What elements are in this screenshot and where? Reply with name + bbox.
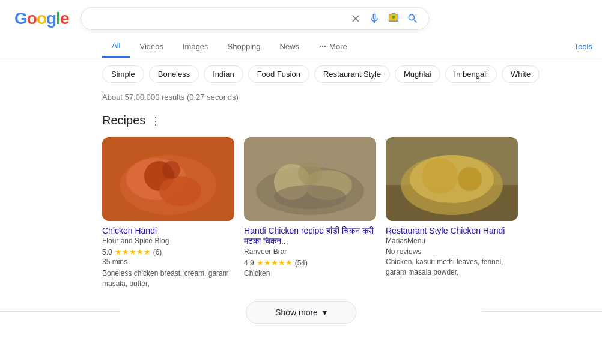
show-more-container: Show more ▾ (0, 289, 602, 333)
recipe-ingredients-2: Chicken (244, 268, 376, 279)
recipe-no-reviews-label-3: No reviews (386, 247, 421, 256)
recipe-card-2[interactable]: Handi Chicken recipe हांडी चिकन करी मटका… (244, 137, 376, 289)
recipe-stars-1: ★★★★★ (115, 247, 151, 256)
svg-point-20 (422, 158, 458, 194)
recipe-no-reviews-3: No reviews (386, 247, 518, 256)
svg-point-15 (274, 185, 346, 209)
recipe-rating-value-1: 5.0 (102, 248, 112, 256)
chip-restaurant-style[interactable]: Restaurant Style (314, 65, 390, 83)
svg-point-2 (322, 46, 323, 47)
chip-mughlai[interactable]: Mughlai (395, 65, 440, 83)
recipe-card-3[interactable]: Restaurant Style Chicken Handi MariasMen… (386, 137, 518, 289)
chip-simple[interactable]: Simple (102, 65, 144, 83)
show-more-label: Show more (275, 308, 318, 317)
tab-news[interactable]: News (270, 36, 309, 57)
recipes-section: Recipes ⋮ Chicken Handi (0, 106, 602, 289)
svg-point-8 (159, 176, 201, 206)
recipe-site-1: Flour and Spice Blog (102, 237, 234, 245)
tab-tools[interactable]: Tools (565, 36, 602, 57)
tab-more[interactable]: More (309, 36, 357, 57)
recipe-site-2: Ranveer Brar (244, 247, 376, 256)
recipes-title: Recipes (102, 114, 145, 127)
recipe-image-2 (244, 137, 376, 221)
results-info: About 57,00,000 results (0.27 seconds) (0, 90, 602, 106)
filter-chips: Simple Boneless Indian Food Fusion Resta… (0, 58, 602, 90)
tab-shopping[interactable]: Shopping (218, 36, 270, 57)
chip-white[interactable]: White (502, 65, 540, 83)
recipe-card-1[interactable]: Chicken Handi Flour and Spice Blog 5.0 ★… (102, 137, 234, 289)
recipe-time-1: 35 mins (102, 258, 234, 266)
recipe-cards: Chicken Handi Flour and Spice Blog 5.0 ★… (102, 137, 602, 289)
recipe-rating-2: 4.9 ★★★★★ (54) (244, 258, 376, 267)
header: Google handi chicken recipe (0, 0, 602, 30)
google-logo[interactable]: Google (14, 9, 68, 28)
recipe-name-3: Restaurant Style Chicken Handi (386, 226, 518, 235)
nav-tabs: All Videos Images Shopping News More Too… (0, 30, 602, 58)
svg-point-1 (320, 46, 321, 47)
recipe-image-3 (386, 137, 518, 221)
svg-point-3 (324, 46, 326, 47)
camera-icon (388, 13, 400, 25)
search-bar: handi chicken recipe (81, 7, 429, 30)
chip-in-bengali[interactable]: In bengali (445, 65, 497, 83)
tab-videos[interactable]: Videos (130, 36, 173, 57)
recipe-review-count-1: (6) (153, 248, 162, 256)
clear-button[interactable] (350, 13, 361, 24)
food-image-2 (244, 137, 376, 221)
chip-food-fusion[interactable]: Food Fusion (248, 65, 309, 83)
dots-icon (318, 42, 327, 50)
recipe-ingredients-3: Chicken, kasuri methi leaves, fennel, ga… (386, 257, 518, 278)
recipe-stars-2: ★★★★★ (257, 258, 293, 267)
chip-boneless[interactable]: Boneless (149, 65, 199, 83)
recipe-ingredients-1: Boneless chicken breast, cream, garam ma… (102, 268, 234, 289)
svg-point-21 (458, 167, 482, 191)
divider-right (482, 311, 602, 312)
svg-point-9 (162, 161, 180, 179)
recipes-header: Recipes ⋮ (102, 114, 602, 127)
recipe-name-1: Chicken Handi (102, 226, 234, 235)
search-icon (407, 13, 419, 25)
voice-search-button[interactable] (368, 13, 380, 25)
close-icon (350, 13, 361, 24)
microphone-icon (368, 13, 380, 25)
search-button[interactable] (407, 13, 419, 25)
chip-indian[interactable]: Indian (204, 65, 243, 83)
tab-all[interactable]: All (102, 35, 130, 58)
search-icons (350, 13, 419, 25)
recipe-review-count-2: (54) (295, 259, 308, 267)
recipe-image-1 (102, 137, 234, 221)
show-more-button[interactable]: Show more ▾ (246, 301, 356, 324)
tab-images[interactable]: Images (173, 36, 218, 57)
divider-left (0, 311, 120, 312)
food-image-3 (386, 137, 518, 221)
recipe-name-2: Handi Chicken recipe हांडी चिकन करी मटका… (244, 226, 376, 246)
food-image-1 (102, 137, 234, 221)
recipe-rating-1: 5.0 ★★★★★ (6) (102, 247, 234, 256)
svg-point-14 (298, 161, 322, 185)
recipes-menu-icon[interactable]: ⋮ (150, 114, 161, 127)
image-search-button[interactable] (388, 13, 400, 25)
search-input[interactable]: handi chicken recipe (91, 13, 345, 24)
chevron-down-icon: ▾ (323, 308, 327, 317)
recipe-rating-value-2: 4.9 (244, 259, 254, 267)
recipe-site-3: MariasMenu (386, 237, 518, 245)
